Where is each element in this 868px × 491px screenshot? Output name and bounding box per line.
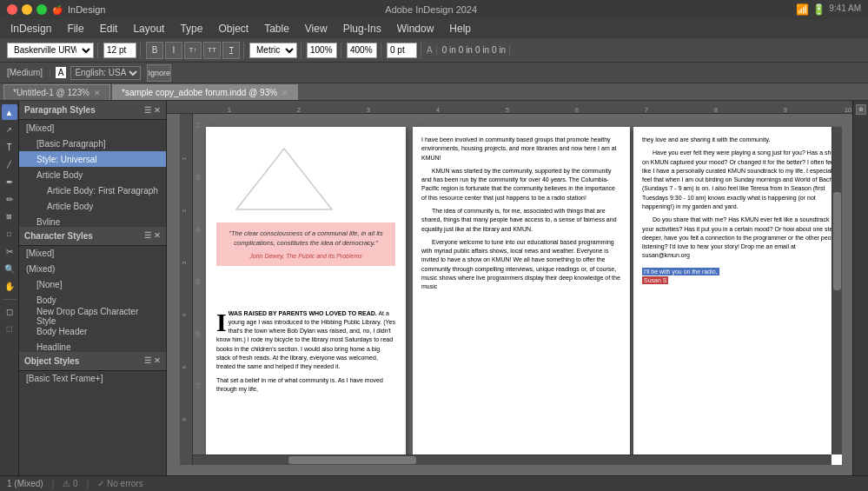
scrollbar-horizontal[interactable]	[193, 455, 832, 465]
obj-styles-icons: ☰ ✕	[144, 356, 161, 365]
menu-window[interactable]: Window	[390, 21, 441, 36]
close-button[interactable]	[7, 4, 17, 15]
tool-scissors[interactable]: ✂	[2, 243, 17, 259]
obj-style-basic[interactable]: [Basic Text Frame+]	[19, 371, 166, 387]
object-styles-header: Object Styles ☰ ✕	[19, 352, 166, 371]
x-label: 0 in	[442, 45, 456, 55]
page-number-left: 2	[195, 121, 200, 129]
menu-edit[interactable]: Edit	[93, 21, 125, 36]
font-size-input[interactable]	[103, 43, 136, 58]
language-selector[interactable]: English: USA	[70, 66, 141, 80]
drop-cap-paragraph: I WAS RAISED BY PARENTS WHO LOVED TO REA…	[216, 309, 395, 371]
leading-input[interactable]	[347, 43, 377, 58]
page-number-3: 3	[195, 173, 200, 182]
tracking-input[interactable]	[307, 43, 337, 58]
app-name: InDesign	[68, 4, 105, 15]
type-caps-btn[interactable]: TT	[203, 42, 221, 59]
app-icon: 🍎	[52, 5, 63, 15]
tab-sample[interactable]: *sample copy_adobe forum.indd @ 93% ✕	[112, 84, 298, 100]
center-para4-header: Everyone welcome to tune into our educat…	[421, 238, 621, 292]
char-styles-menu-icon[interactable]: ☰	[144, 231, 151, 240]
char-style-none[interactable]: [None]	[19, 277, 166, 293]
quote-box: "The clear consciousness of a communal l…	[216, 222, 395, 266]
scrollbar-thumb-v[interactable]	[833, 192, 841, 290]
type-italic-btn[interactable]: I	[165, 42, 182, 59]
tool-zoom[interactable]: 🔍	[2, 261, 17, 276]
minimize-button[interactable]	[22, 4, 32, 15]
right-para3: Do you share that with me? Has KMUN ever…	[642, 216, 842, 260]
para2-text: That set a belief in me of what communit…	[216, 376, 395, 394]
menu-view[interactable]: View	[298, 21, 335, 36]
type-controls: B I T↑ TT T̲	[142, 42, 244, 59]
app-window: 🍎 InDesign Adobe InDesign 2024 📶 🔋 9:41 …	[0, 0, 868, 491]
tool-stroke[interactable]: ⬚	[2, 321, 17, 336]
right-panel: ⊕	[852, 101, 868, 475]
right-text-content: they love and are sharing it with the co…	[642, 136, 842, 285]
font-selector[interactable]: Baskerville URW	[7, 43, 94, 58]
h-label: 0 in	[492, 45, 506, 55]
scrollbar-thumb-h[interactable]	[288, 456, 416, 464]
menu-layout[interactable]: Layout	[126, 21, 171, 36]
type-underline-btn[interactable]: T̲	[222, 42, 240, 59]
tab-sample-close[interactable]: ✕	[282, 89, 288, 97]
ruler-mark-3: 3	[367, 107, 370, 113]
w-label: 0 in	[475, 45, 489, 55]
ruler-mark-9: 9	[784, 107, 787, 113]
para-style-article-body2[interactable]: Article Body	[19, 198, 166, 214]
tool-direct[interactable]: ↗	[2, 122, 17, 137]
tool-selection[interactable]: ▲	[2, 104, 17, 120]
para-style-mixed[interactable]: [Mixed]	[19, 120, 166, 136]
tool-rect-frame[interactable]: ⊠	[2, 209, 17, 224]
tool-type[interactable]: T	[2, 139, 17, 155]
menu-table[interactable]: Table	[257, 21, 296, 36]
tool-fill[interactable]: ◻	[2, 303, 17, 319]
tab-untitled-close[interactable]: ✕	[94, 89, 101, 97]
char-styles-close-icon[interactable]: ✕	[154, 231, 161, 240]
para-style-universal[interactable]: Style: Universal	[19, 151, 166, 167]
char-style-mixed[interactable]: [Mixed]	[19, 246, 166, 262]
right-panel-btn1[interactable]: ⊕	[856, 104, 866, 115]
center-para3: The idea of community is, for me, associ…	[421, 207, 621, 234]
metrics-selector[interactable]: Metrics	[249, 43, 297, 58]
type-super-btn[interactable]: T↑	[184, 42, 202, 59]
tool-line[interactable]: ╱	[2, 156, 17, 172]
page-center: I have been involved in community based …	[413, 127, 630, 465]
menu-plugins[interactable]: Plug-Ins	[336, 21, 388, 36]
menu-indesign[interactable]: InDesign	[3, 21, 58, 36]
tab-untitled[interactable]: *Untitled-1 @ 123% ✕	[3, 84, 110, 100]
page-left: "The clear consciousness of a communal l…	[206, 127, 406, 465]
para-styles-menu-icon[interactable]: ☰	[144, 106, 151, 115]
tool-pen[interactable]: ✒	[2, 174, 17, 189]
menu-file[interactable]: File	[60, 21, 90, 36]
page-number-4: 4	[195, 225, 200, 234]
ignore-button[interactable]: Ignore	[147, 64, 171, 82]
char-style-mixed2[interactable]: (Mixed)	[19, 262, 166, 277]
ruler-v-label-1: 1	[182, 157, 187, 160]
scrollbar-vertical[interactable]	[832, 127, 842, 455]
para-style-first-para[interactable]: Article Body: First Paragraph	[19, 182, 166, 198]
char-style-dropcaps[interactable]: New Drop Caps Character Style	[19, 309, 166, 324]
tool-hand[interactable]: ✋	[2, 278, 17, 294]
char-style-headline[interactable]: Headline	[19, 340, 166, 350]
menu-help[interactable]: Help	[442, 21, 478, 36]
drop-cap-letter: I	[216, 309, 227, 335]
obj-styles-close-icon[interactable]: ✕	[154, 356, 161, 365]
menu-object[interactable]: Object	[211, 21, 255, 36]
para-style-article-body[interactable]: Article Body	[19, 167, 166, 182]
paragraph-styles-header: Paragraph Styles ☰ ✕	[19, 101, 166, 120]
obj-styles-menu-icon[interactable]: ☰	[144, 356, 151, 365]
maximize-button[interactable]	[36, 4, 47, 15]
time-display: 9:41 AM	[829, 3, 861, 16]
tool-pencil[interactable]: ✏	[2, 191, 17, 207]
para-style-basic[interactable]: [Basic Paragraph]	[19, 136, 166, 151]
char-style-bodyheader[interactable]: Body Header	[19, 324, 166, 340]
menu-type[interactable]: Type	[173, 21, 209, 36]
type-bold-btn[interactable]: B	[146, 42, 163, 59]
character-styles-list: [Mixed] (Mixed) [None] Body New Drop Cap…	[19, 246, 166, 350]
main-toolbar: Baskerville URW B I T↑ TT T̲ Metrics	[0, 38, 868, 63]
font-group: Baskerville URW	[3, 43, 98, 58]
para-styles-close-icon[interactable]: ✕	[154, 106, 161, 115]
para-style-byline[interactable]: Byline	[19, 214, 166, 225]
tool-rect[interactable]: □	[2, 226, 17, 242]
kern-input[interactable]	[387, 43, 417, 58]
